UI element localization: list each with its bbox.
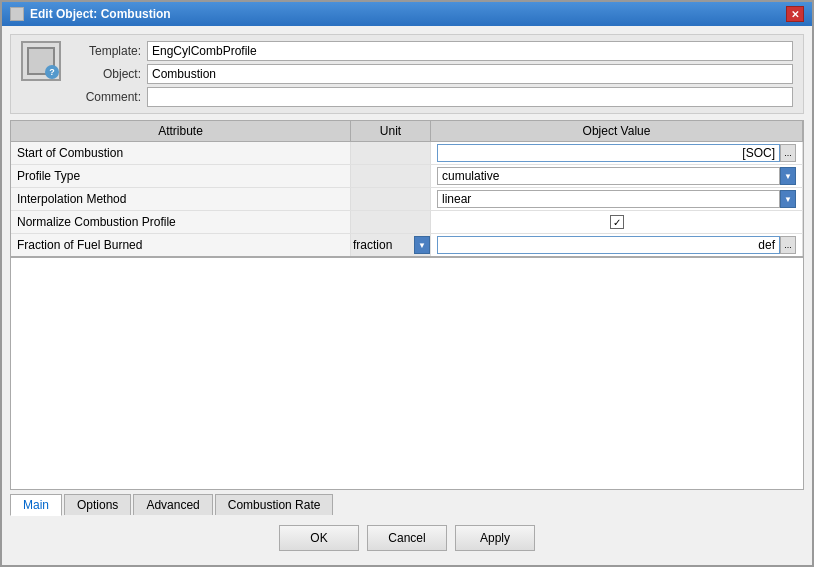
cancel-button[interactable]: Cancel xyxy=(367,525,447,551)
profile-type-arrow[interactable]: ▼ xyxy=(780,167,796,185)
template-row: Template: xyxy=(71,41,793,61)
col-value: Object Value xyxy=(431,121,803,141)
unit-dropdown-arrow[interactable]: ▼ xyxy=(414,236,430,254)
unit-fraction-fuel: fraction ▼ xyxy=(351,234,431,256)
interpolation-dropdown-wrapper: linear ▼ xyxy=(437,190,796,208)
attr-profile-type: Profile Type xyxy=(11,165,351,187)
window-title: Edit Object: Combustion xyxy=(30,7,171,21)
apply-button[interactable]: Apply xyxy=(455,525,535,551)
tab-combustion-rate[interactable]: Combustion Rate xyxy=(215,494,334,515)
interpolation-arrow[interactable]: ▼ xyxy=(780,190,796,208)
comment-label: Comment: xyxy=(71,90,141,104)
value-fraction-fuel: def ... xyxy=(431,234,803,256)
table-row: Fraction of Fuel Burned fraction ▼ def .… xyxy=(11,234,803,256)
attr-fraction-fuel: Fraction of Fuel Burned xyxy=(11,234,351,256)
unit-profile-type xyxy=(351,165,431,187)
unit-start-of-combustion xyxy=(351,142,431,164)
fraction-value: def xyxy=(437,236,780,254)
normalize-checkbox[interactable]: ✓ xyxy=(610,215,624,229)
object-label: Object: xyxy=(71,67,141,81)
tabs-container: Main Options Advanced Combustion Rate xyxy=(10,494,804,515)
unit-dropdown-wrapper: fraction ▼ xyxy=(351,236,430,254)
header-section: ? Template: Object: Comment: xyxy=(10,34,804,114)
profile-type-dropdown-wrapper: cumulative ▼ xyxy=(437,167,796,185)
table-row: Interpolation Method linear ▼ xyxy=(11,188,803,211)
attr-normalize: Normalize Combustion Profile xyxy=(11,211,351,233)
content-area: ? Template: Object: Comment: xyxy=(2,26,812,565)
col-attribute: Attribute xyxy=(11,121,351,141)
profile-type-value[interactable]: cumulative xyxy=(437,167,780,185)
soc-browse-button[interactable]: ... xyxy=(780,144,796,162)
template-input[interactable] xyxy=(147,41,793,61)
value-normalize: ✓ xyxy=(431,211,803,233)
title-bar: Edit Object: Combustion ✕ xyxy=(2,2,812,26)
value-interpolation-method: linear ▼ xyxy=(431,188,803,210)
main-window: Edit Object: Combustion ✕ ? Template: xyxy=(0,0,814,567)
value-start-of-combustion: [SOC] ... xyxy=(431,142,803,164)
unit-interpolation-method xyxy=(351,188,431,210)
close-button[interactable]: ✕ xyxy=(786,6,804,22)
table-header: Attribute Unit Object Value xyxy=(11,121,803,142)
object-input[interactable] xyxy=(147,64,793,84)
tab-main[interactable]: Main xyxy=(10,494,62,516)
tab-options[interactable]: Options xyxy=(64,494,131,515)
soc-value: [SOC] xyxy=(437,144,780,162)
object-icon-inner: ? xyxy=(27,47,55,75)
interpolation-value[interactable]: linear xyxy=(437,190,780,208)
object-icon: ? xyxy=(21,41,61,81)
value-profile-type: cumulative ▼ xyxy=(431,165,803,187)
table-row: Start of Combustion [SOC] ... xyxy=(11,142,803,165)
comment-row: Comment: xyxy=(71,87,793,107)
unit-normalize xyxy=(351,211,431,233)
col-unit: Unit xyxy=(351,121,431,141)
fraction-value-wrapper: def ... xyxy=(437,236,796,254)
window-icon xyxy=(10,7,24,21)
middle-content xyxy=(10,257,804,490)
buttons-section: OK Cancel Apply xyxy=(10,515,804,557)
normalize-checkbox-cell: ✓ xyxy=(437,215,796,229)
attr-start-of-combustion: Start of Combustion xyxy=(11,142,351,164)
help-badge: ? xyxy=(45,65,59,79)
attr-interpolation-method: Interpolation Method xyxy=(11,188,351,210)
fields-section: Template: Object: Comment: xyxy=(71,41,793,107)
value-with-btn: [SOC] ... xyxy=(437,144,796,162)
comment-input[interactable] xyxy=(147,87,793,107)
unit-fraction-text: fraction xyxy=(351,238,414,252)
template-label: Template: xyxy=(71,44,141,58)
object-row: Object: xyxy=(71,64,793,84)
tab-advanced[interactable]: Advanced xyxy=(133,494,212,515)
attributes-table: Attribute Unit Object Value Start of Com… xyxy=(10,120,804,257)
table-row: Profile Type cumulative ▼ xyxy=(11,165,803,188)
table-row: Normalize Combustion Profile ✓ xyxy=(11,211,803,234)
ok-button[interactable]: OK xyxy=(279,525,359,551)
fraction-browse-button[interactable]: ... xyxy=(780,236,796,254)
